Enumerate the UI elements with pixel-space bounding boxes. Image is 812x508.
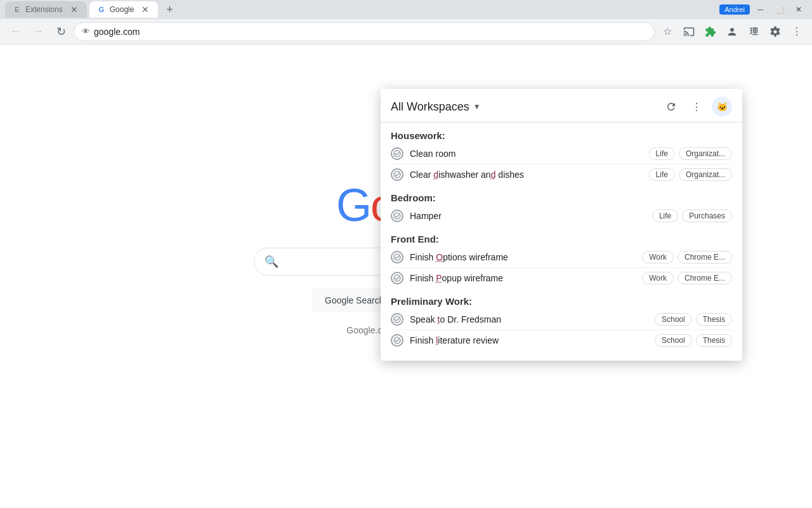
title-bar-controls: Andrei ─ ⬜ ✕ [719, 1, 807, 18]
task-checkbox-0-0[interactable] [391, 147, 403, 160]
forward-button[interactable]: → [28, 22, 48, 42]
back-button[interactable]: ← [5, 22, 25, 42]
task-checkbox-0-1[interactable] [391, 168, 403, 181]
tag-3-0-0: School [655, 313, 692, 326]
toolbar: ← → ↻ 👁 google.com ☆ 理 ⋮ [0, 19, 812, 44]
translate-icon[interactable]: 理 [743, 22, 764, 42]
task-text-2-1: Finish Popup wireframe [410, 273, 636, 283]
task-text-3-1: Finish literature review [410, 335, 648, 345]
section-title-3: Preliminary Work: [391, 288, 732, 309]
logo-letter-g: G [336, 180, 370, 231]
refresh-button[interactable] [661, 97, 681, 117]
search-icon: 🔍 [265, 255, 278, 269]
settings-icon[interactable] [765, 22, 785, 42]
tag-2-1-1: Chrome E... [678, 272, 732, 284]
address-bar[interactable]: 👁 google.com [74, 22, 655, 41]
tag-0-0-1: Organizat... [679, 147, 732, 160]
tag-0-0-0: Life [649, 147, 675, 160]
section-title-0: Housework: [391, 123, 732, 144]
workspace-selector[interactable]: All Workspaces ▼ [391, 100, 481, 114]
tag-2-0-1: Chrome E... [678, 251, 732, 264]
section-title-1: Bedroom: [391, 185, 732, 206]
task-text-3-0: Speak to Dr. Fredsman [410, 314, 648, 324]
popup-header: All Workspaces ▼ ⋮ 🐱 [381, 89, 742, 123]
minimize-button[interactable]: ─ [752, 1, 769, 18]
tab-extensions[interactable]: E Extensions ✕ [5, 1, 87, 18]
task-checkbox-3-1[interactable] [391, 334, 403, 347]
reload-button[interactable]: ↻ [51, 22, 71, 42]
task-item-0-1: Clear dishwasher and dishesLifeOrganizat… [391, 164, 732, 185]
task-item-0-0: Clean roomLifeOrganizat... [391, 144, 732, 164]
task-section-1: Bedroom:HamperLifePurchases [381, 185, 742, 226]
extension-icon[interactable] [700, 22, 721, 42]
task-text-0-1: Clear dishwasher and dishes [410, 170, 643, 180]
tag-1-0-0: Life [652, 210, 678, 222]
user-avatar[interactable]: 🐱 [712, 97, 732, 117]
profile-icon[interactable] [722, 22, 742, 42]
task-tags-0-0: LifeOrganizat... [649, 147, 732, 160]
tab-favicon-extensions: E [13, 5, 22, 14]
task-tags-3-0: SchoolThesis [655, 313, 732, 326]
task-item-3-1: Finish literature reviewSchoolThesis [391, 330, 732, 351]
toolbar-icons: ☆ 理 ⋮ [657, 22, 807, 42]
workspace-arrow-icon: ▼ [473, 102, 481, 111]
tag-3-1-0: School [655, 334, 692, 347]
task-section-2: Front End:Finish Options wireframeWorkCh… [381, 226, 742, 288]
section-title-2: Front End: [391, 226, 732, 247]
popup-panel: All Workspaces ▼ ⋮ 🐱 Housework:Clean roo… [381, 89, 742, 361]
tag-0-1-1: Organizat... [679, 168, 732, 181]
tab-close-google[interactable]: ✕ [140, 4, 150, 15]
tag-2-1-0: Work [642, 272, 674, 284]
new-tab-button[interactable]: + [160, 1, 178, 18]
task-item-3-0: Speak to Dr. FredsmanSchoolThesis [391, 309, 732, 330]
tag-0-1-0: Life [649, 168, 675, 181]
task-checkbox-1-0[interactable] [391, 210, 403, 222]
cast-icon[interactable] [679, 22, 699, 42]
task-item-1-0: HamperLifePurchases [391, 206, 732, 226]
browser-frame: E Extensions ✕ G Google ✕ + Andrei ─ ⬜ ✕… [0, 0, 812, 508]
tab-title-google: Google [110, 5, 134, 14]
svg-text:🐱: 🐱 [717, 102, 728, 112]
page-content: Google Canada 🔍 Google Search I'm Feelin… [0, 44, 812, 508]
tab-title-extensions: Extensions [25, 5, 63, 14]
close-button[interactable]: ✕ [790, 1, 807, 18]
task-tags-0-1: LifeOrganizat... [649, 168, 732, 181]
title-bar: E Extensions ✕ G Google ✕ + Andrei ─ ⬜ ✕ [0, 0, 812, 19]
task-text-1-0: Hamper [410, 211, 646, 221]
task-section-3: Preliminary Work:Speak to Dr. FredsmanSc… [381, 288, 742, 351]
task-text-0-0: Clean room [410, 149, 643, 159]
task-tags-2-0: WorkChrome E... [642, 251, 732, 264]
maximize-button[interactable]: ⬜ [771, 1, 788, 18]
task-tags-3-1: SchoolThesis [655, 334, 732, 347]
popup-header-actions: ⋮ 🐱 [661, 97, 732, 117]
task-item-2-0: Finish Options wireframeWorkChrome E... [391, 247, 732, 268]
task-item-2-1: Finish Popup wireframeWorkChrome E... [391, 268, 732, 288]
more-icon[interactable]: ⋮ [787, 22, 807, 42]
tag-3-0-1: Thesis [696, 313, 732, 326]
tag-3-1-1: Thesis [696, 334, 732, 347]
user-badge: Andrei [719, 4, 750, 15]
task-tags-2-1: WorkChrome E... [642, 272, 732, 284]
task-tags-1-0: LifePurchases [652, 210, 732, 222]
address-text: google.com [94, 27, 140, 37]
tab-google[interactable]: G Google ✕ [89, 1, 159, 18]
tab-close-extensions[interactable]: ✕ [69, 4, 79, 15]
task-checkbox-2-0[interactable] [391, 251, 403, 264]
more-options-button[interactable]: ⋮ [686, 97, 707, 117]
task-sections: Housework:Clean roomLifeOrganizat...Clea… [381, 123, 742, 351]
tag-1-0-1: Purchases [682, 210, 732, 222]
tag-2-0-0: Work [642, 251, 674, 264]
task-section-0: Housework:Clean roomLifeOrganizat...Clea… [381, 123, 742, 185]
address-security-icon: 👁 [82, 27, 90, 36]
workspace-title: All Workspaces [391, 100, 469, 114]
task-checkbox-3-0[interactable] [391, 313, 403, 326]
tab-bar: E Extensions ✕ G Google ✕ + [5, 1, 719, 18]
task-text-2-0: Finish Options wireframe [410, 252, 636, 262]
bookmark-icon[interactable]: ☆ [657, 22, 678, 42]
task-checkbox-2-1[interactable] [391, 272, 403, 284]
tab-favicon-google: G [97, 5, 106, 14]
